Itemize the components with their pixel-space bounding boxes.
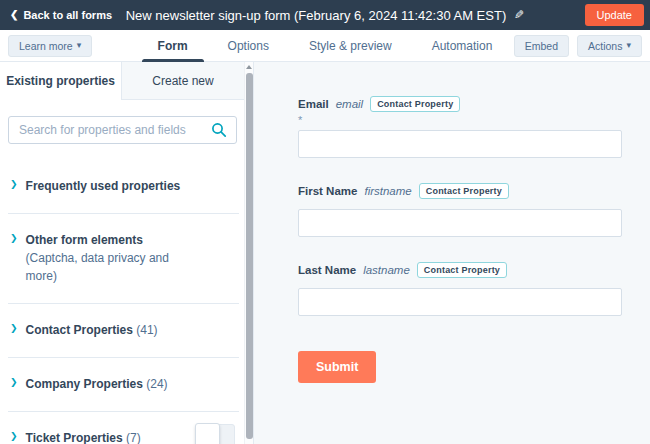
form-preview-pane: Email email Contact Property * First Nam… — [254, 62, 650, 444]
property-search-input[interactable] — [8, 116, 237, 144]
form-title: New newsletter sign-up form (February 6,… — [126, 8, 507, 23]
field-internal-name: email — [336, 98, 363, 110]
tab-form[interactable]: Form — [156, 30, 190, 61]
field-label: Email — [298, 98, 329, 110]
back-chevron-icon: ❮ — [10, 10, 18, 20]
field-internal-name: firstname — [364, 185, 411, 197]
chevron-right-icon: ❯ — [10, 377, 18, 387]
firstname-field-input[interactable] — [298, 209, 622, 237]
actions-button[interactable]: Actions ▾ — [577, 35, 642, 57]
tab-options[interactable]: Options — [226, 30, 271, 61]
chevron-right-icon: ❯ — [10, 179, 18, 189]
section-ticket-properties[interactable]: ❯ Ticket Properties (7) — [8, 412, 239, 444]
section-frequently-used-properties[interactable]: ❯ Frequently used properties — [8, 160, 239, 214]
embed-button[interactable]: Embed — [514, 35, 569, 57]
update-button[interactable]: Update — [585, 4, 644, 26]
tab-existing-properties[interactable]: Existing properties — [0, 62, 122, 100]
properties-sidebar: Existing properties Create new ❯ Frequen… — [0, 62, 254, 444]
section-contact-properties[interactable]: ❯ Contact Properties (41) — [8, 304, 239, 358]
chevron-right-icon: ❯ — [10, 233, 18, 243]
caret-down-icon: ▾ — [77, 41, 82, 50]
chevron-right-icon: ❯ — [10, 431, 18, 441]
scrollbar-thumb[interactable] — [246, 73, 253, 439]
caret-down-icon: ▾ — [626, 41, 631, 50]
email-field-input[interactable] — [298, 130, 622, 158]
field-label: First Name — [298, 185, 357, 197]
contact-property-badge: Contact Property — [417, 262, 507, 278]
form-field-lastname[interactable]: Last Name lastname Contact Property — [298, 262, 622, 316]
lastname-field-input[interactable] — [298, 288, 622, 316]
toggle-knob — [195, 423, 220, 444]
chevron-right-icon: ❯ — [10, 323, 18, 333]
app-header: ❮ Back to all forms New newsletter sign-… — [0, 0, 650, 30]
form-field-email[interactable]: Email email Contact Property * — [298, 96, 622, 158]
field-internal-name: lastname — [363, 264, 410, 276]
section-company-properties[interactable]: ❯ Company Properties (24) — [8, 358, 239, 412]
submit-button[interactable]: Submit — [298, 351, 376, 383]
back-label: Back to all forms — [23, 9, 112, 21]
editor-toolbar: Learn more ▾ Form Options Style & previe… — [0, 30, 650, 62]
field-label: Last Name — [298, 264, 356, 276]
edit-title-icon[interactable]: ✎ — [514, 8, 524, 22]
required-marker: * — [298, 114, 622, 128]
ticket-properties-toggle[interactable] — [195, 424, 235, 444]
tab-create-new[interactable]: Create new — [122, 62, 244, 100]
form-field-firstname[interactable]: First Name firstname Contact Property — [298, 183, 622, 237]
contact-property-badge: Contact Property — [370, 96, 460, 112]
contact-property-badge: Contact Property — [419, 183, 509, 199]
tab-automation[interactable]: Automation — [430, 30, 495, 61]
sidebar-scrollbar[interactable] — [244, 62, 253, 444]
scroll-up-icon — [246, 65, 252, 69]
learn-more-button[interactable]: Learn more ▾ — [8, 35, 92, 57]
tab-style-preview[interactable]: Style & preview — [307, 30, 394, 61]
section-other-form-elements[interactable]: ❯ Other form elements (Captcha, data pri… — [8, 214, 239, 304]
back-to-forms-button[interactable]: ❮ Back to all forms — [6, 9, 116, 21]
